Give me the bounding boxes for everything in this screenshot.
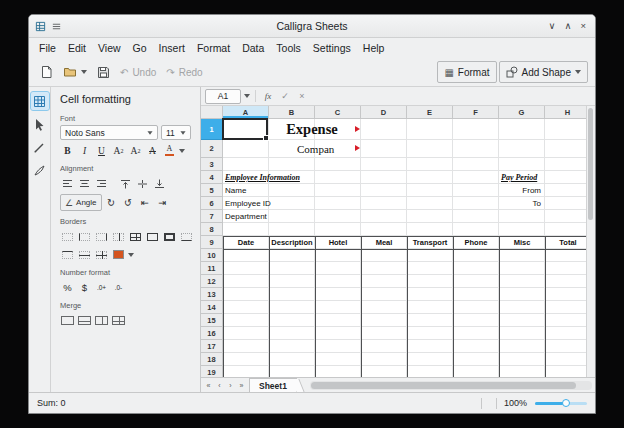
row-header-19[interactable]: 19 xyxy=(201,366,223,377)
cell-B14[interactable] xyxy=(269,301,315,314)
cell-D5[interactable] xyxy=(361,184,407,197)
cell-H14[interactable] xyxy=(545,301,586,314)
decrease-precision-button[interactable]: .0- xyxy=(111,280,126,295)
cell-E13[interactable] xyxy=(407,288,453,301)
new-document-button[interactable] xyxy=(36,62,57,82)
cell-C4[interactable] xyxy=(315,171,361,184)
vertical-scrollbar-thumb[interactable] xyxy=(588,108,593,220)
cell-A11[interactable] xyxy=(223,262,269,275)
cell-E1[interactable] xyxy=(407,119,453,140)
cell-G8[interactable] xyxy=(499,223,545,236)
cell-H19[interactable] xyxy=(545,366,586,377)
cell-F17[interactable] xyxy=(453,340,499,353)
cell-B10[interactable] xyxy=(269,249,315,262)
redo-button[interactable]: ↷ Redo xyxy=(162,62,206,82)
cell-D7[interactable] xyxy=(361,210,407,223)
column-header-E[interactable]: E xyxy=(407,106,453,119)
save-button[interactable] xyxy=(93,62,114,82)
cell-H2[interactable] xyxy=(545,140,586,158)
increase-precision-button[interactable]: .0+ xyxy=(94,280,109,295)
column-header-G[interactable]: G xyxy=(499,106,545,119)
cancel-formula-button[interactable]: × xyxy=(295,89,309,103)
last-sheet-button[interactable]: » xyxy=(236,382,247,389)
cell-C11[interactable] xyxy=(315,262,361,275)
cell-F10[interactable] xyxy=(453,249,499,262)
border-vertical-button[interactable] xyxy=(111,229,126,244)
cell-C12[interactable] xyxy=(315,275,361,288)
cell-E9[interactable] xyxy=(407,236,453,249)
pencil-tool-button[interactable] xyxy=(31,138,49,156)
cell-C3[interactable] xyxy=(315,158,361,171)
cell-C2[interactable] xyxy=(315,140,361,158)
merge-vertical-button[interactable] xyxy=(94,313,109,328)
cell-D17[interactable] xyxy=(361,340,407,353)
cell-F19[interactable] xyxy=(453,366,499,377)
tab-sheet1[interactable]: Sheet1 xyxy=(249,378,297,392)
cell-B7[interactable] xyxy=(269,210,315,223)
cell-C15[interactable] xyxy=(315,314,361,327)
cell-F13[interactable] xyxy=(453,288,499,301)
cell-G12[interactable] xyxy=(499,275,545,288)
row-header-14[interactable]: 14 xyxy=(201,301,223,314)
border-none-button[interactable] xyxy=(60,229,75,244)
row-header-8[interactable]: 8 xyxy=(201,223,223,236)
merge-horizontal-button[interactable] xyxy=(77,313,92,328)
cell-F15[interactable] xyxy=(453,314,499,327)
cell-C17[interactable] xyxy=(315,340,361,353)
cell-E2[interactable] xyxy=(407,140,453,158)
cell-D15[interactable] xyxy=(361,314,407,327)
align-center-button[interactable] xyxy=(77,176,92,191)
cell-A5[interactable] xyxy=(223,184,269,197)
cell-D6[interactable] xyxy=(361,197,407,210)
align-top-button[interactable] xyxy=(118,176,133,191)
border-inner-button[interactable] xyxy=(94,247,109,262)
row-header-4[interactable]: 4 xyxy=(201,171,223,184)
cell-H16[interactable] xyxy=(545,327,586,340)
cell-D4[interactable] xyxy=(361,171,407,184)
cell-H4[interactable] xyxy=(545,171,586,184)
undo-button[interactable]: ↶ Undo xyxy=(116,62,160,82)
border-all-button[interactable] xyxy=(128,229,143,244)
row-header-13[interactable]: 13 xyxy=(201,288,223,301)
cell-H10[interactable] xyxy=(545,249,586,262)
titlebar[interactable]: Calligra Sheets ∨ ∧ × xyxy=(29,15,595,38)
cell-E5[interactable] xyxy=(407,184,453,197)
border-outline-button[interactable] xyxy=(145,229,160,244)
cell-tool-button[interactable] xyxy=(31,92,49,110)
cell-H9[interactable] xyxy=(545,236,586,249)
cell-H13[interactable] xyxy=(545,288,586,301)
function-button[interactable]: fx xyxy=(261,89,275,103)
menu-item-view[interactable]: View xyxy=(92,40,127,56)
subscript-button[interactable]: A2 xyxy=(128,143,143,158)
cell-F18[interactable] xyxy=(453,353,499,366)
decrease-indent-button[interactable]: ⇤ xyxy=(138,195,153,210)
cell-E18[interactable] xyxy=(407,353,453,366)
row-header-2[interactable]: 2 xyxy=(201,140,223,158)
currency-format-button[interactable]: $ xyxy=(77,280,92,295)
cell-B15[interactable] xyxy=(269,314,315,327)
format-button[interactable]: ▦ Format xyxy=(437,61,496,83)
cell-E17[interactable] xyxy=(407,340,453,353)
cell-F4[interactable] xyxy=(453,171,499,184)
cell-B12[interactable] xyxy=(269,275,315,288)
angle-button[interactable]: ∠ Angle xyxy=(60,194,102,211)
menu-item-insert[interactable]: Insert xyxy=(153,40,191,56)
cell-C6[interactable] xyxy=(315,197,361,210)
row-header-15[interactable]: 15 xyxy=(201,314,223,327)
cell-A16[interactable] xyxy=(223,327,269,340)
cell-D16[interactable] xyxy=(361,327,407,340)
menu-item-settings[interactable]: Settings xyxy=(307,40,357,56)
cell-C14[interactable] xyxy=(315,301,361,314)
border-thick-outline-button[interactable] xyxy=(162,229,177,244)
cell-E8[interactable] xyxy=(407,223,453,236)
row-header-7[interactable]: 7 xyxy=(201,210,223,223)
cell-A2[interactable] xyxy=(223,140,269,158)
cell-G16[interactable] xyxy=(499,327,545,340)
previous-sheet-button[interactable]: ‹ xyxy=(214,382,225,389)
cell-D8[interactable] xyxy=(361,223,407,236)
italic-button[interactable]: I xyxy=(77,143,92,158)
cell-G10[interactable] xyxy=(499,249,545,262)
row-header-10[interactable]: 10 xyxy=(201,249,223,262)
cell-B5[interactable] xyxy=(269,184,315,197)
cell-G7[interactable] xyxy=(499,210,545,223)
